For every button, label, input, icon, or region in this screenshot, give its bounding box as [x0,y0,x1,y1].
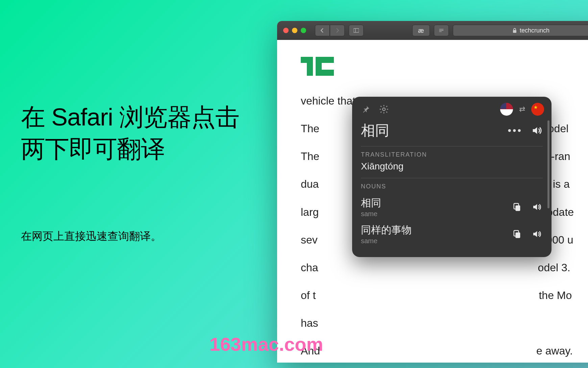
svg-rect-14 [515,232,520,238]
close-window-button[interactable] [283,28,289,33]
hero-title: 在 Safari 浏览器点击两下即可翻译 [21,101,258,165]
more-options-button[interactable]: ••• [508,125,522,136]
noun-term: 同样的事物 [361,223,412,237]
article-line: of tthe Mo [301,285,588,305]
hero-subtitle: 在网页上直接迅速查询翻译。 [21,229,258,244]
speak-button[interactable] [531,124,543,137]
zoom-window-button[interactable] [301,28,306,33]
svg-rect-0 [353,28,359,32]
nouns-label: NOUNS [361,183,543,190]
svg-rect-8 [316,57,334,63]
article-line: Ande away. [301,341,588,361]
extension-mate-button[interactable]: æ [412,25,430,36]
copy-button[interactable] [511,228,523,240]
translated-word: 相同 [361,121,389,140]
svg-rect-7 [307,63,313,76]
svg-rect-10 [316,70,334,76]
noun-meaning: same [361,210,381,218]
minimize-window-button[interactable] [292,28,297,33]
source-language-flag-us[interactable] [500,103,513,116]
sidebar-toggle-button[interactable] [349,25,364,36]
noun-term: 相同 [361,196,381,210]
titlebar: æ techcrunch [277,21,588,40]
lock-icon [512,28,517,33]
forward-button[interactable] [330,25,345,36]
noun-item: 同样的事物 same [361,220,543,247]
back-button[interactable] [315,25,330,36]
watermark: 163mac.com [210,333,323,355]
svg-rect-12 [515,205,520,211]
url-text: techcrunch [520,27,549,34]
techcrunch-logo [301,57,338,76]
scrollbar[interactable] [547,120,549,208]
svg-rect-6 [301,57,313,63]
noun-meaning: same [361,237,412,245]
svg-rect-5 [513,30,516,33]
noun-item: 相同 same [361,193,543,220]
speak-button[interactable] [531,228,543,240]
svg-rect-9 [316,63,322,70]
swap-languages-button[interactable]: ⇄ [519,105,525,114]
svg-point-11 [383,108,385,111]
settings-button[interactable] [378,103,390,115]
translation-popover: ⇄ 相同 ••• TRANSLITERATION Xiāngtóng NOUNS… [352,97,552,257]
copy-button[interactable] [511,201,523,213]
target-language-flag-cn[interactable] [531,103,544,116]
speak-button[interactable] [531,201,543,213]
pin-button[interactable] [360,103,372,115]
article-line: has [301,313,588,333]
transliteration-value: Xiāngtóng [361,161,543,172]
reader-button[interactable] [434,25,449,36]
article-line: chaodel 3. [301,257,588,278]
transliteration-label: TRANSLITERATION [361,151,543,158]
address-bar[interactable]: techcrunch [453,25,588,36]
window-controls [283,28,306,33]
